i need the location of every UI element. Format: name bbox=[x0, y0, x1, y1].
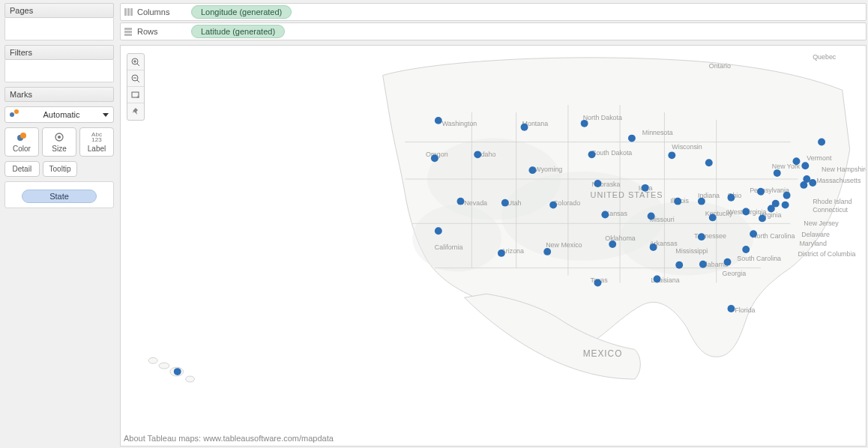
data-point[interactable] bbox=[750, 230, 757, 237]
map-area[interactable]: + bbox=[120, 45, 867, 447]
data-point[interactable] bbox=[674, 198, 681, 205]
data-point[interactable] bbox=[675, 261, 683, 269]
size-icon bbox=[43, 131, 76, 143]
terrain-blob bbox=[412, 205, 501, 272]
data-point[interactable] bbox=[668, 151, 675, 159]
map-label: Florida bbox=[735, 306, 755, 314]
data-point[interactable] bbox=[435, 117, 442, 124]
map-label: Wisconsin bbox=[672, 143, 702, 151]
data-point[interactable] bbox=[818, 139, 825, 146]
data-point[interactable] bbox=[642, 184, 649, 192]
map-canvas[interactable]: UNITED STATES MEXICO WashingtonMontanaNo… bbox=[121, 46, 866, 446]
svg-point-22 bbox=[186, 376, 195, 382]
data-point[interactable] bbox=[809, 179, 816, 187]
data-point[interactable] bbox=[793, 157, 801, 165]
label-button[interactable]: Abc123 Label bbox=[79, 127, 114, 157]
map-label: Georgia bbox=[723, 270, 747, 277]
data-point[interactable] bbox=[742, 246, 750, 253]
svg-rect-6 bbox=[130, 8, 133, 16]
state-pill[interactable]: State bbox=[22, 190, 97, 203]
data-point[interactable] bbox=[501, 199, 509, 207]
data-point[interactable] bbox=[594, 279, 601, 287]
rows-pill[interactable]: Latitude (generated) bbox=[191, 25, 285, 38]
size-label: Size bbox=[52, 145, 66, 153]
columns-label-wrap: Columns bbox=[124, 7, 191, 16]
data-point[interactable] bbox=[521, 124, 528, 131]
data-point[interactable] bbox=[698, 233, 705, 240]
map-label: Pennsylvania bbox=[750, 187, 789, 194]
columns-pill[interactable]: Longitude (generated) bbox=[191, 5, 292, 19]
tooltip-button[interactable]: Tooltip bbox=[43, 161, 78, 177]
data-point[interactable] bbox=[435, 227, 442, 234]
data-point[interactable] bbox=[549, 202, 557, 209]
color-button[interactable]: Color bbox=[4, 127, 39, 157]
data-point[interactable] bbox=[768, 205, 775, 213]
data-point[interactable] bbox=[698, 198, 705, 205]
data-point[interactable] bbox=[800, 181, 807, 189]
data-point[interactable] bbox=[705, 159, 713, 166]
sidebar: Pages Filters Marks Automatic Color bbox=[0, 0, 118, 448]
map-attribution[interactable]: About Tableau maps: www.tableausoftware.… bbox=[124, 434, 334, 443]
svg-line-15 bbox=[137, 80, 139, 82]
map-label: Utah bbox=[507, 199, 522, 207]
filters-body[interactable] bbox=[4, 60, 114, 82]
data-point[interactable] bbox=[654, 276, 661, 283]
rows-shelf[interactable]: Rows Latitude (generated) bbox=[120, 22, 867, 40]
map-label: Quebec bbox=[813, 53, 837, 61]
map-toolbar: + bbox=[127, 53, 145, 121]
filters-panel[interactable]: Filters bbox=[4, 45, 114, 82]
pages-panel[interactable]: Pages bbox=[4, 3, 114, 40]
data-point[interactable] bbox=[774, 169, 781, 177]
data-point[interactable] bbox=[757, 188, 765, 196]
data-point[interactable] bbox=[727, 194, 735, 202]
svg-rect-5 bbox=[127, 8, 130, 16]
map-label: Minnesota bbox=[642, 129, 673, 136]
map-label: Oklahoma bbox=[605, 234, 636, 242]
data-point[interactable] bbox=[474, 151, 481, 158]
marks-type-select[interactable]: Automatic bbox=[4, 106, 114, 123]
map-label: Wyoming bbox=[534, 166, 562, 173]
data-point[interactable] bbox=[759, 214, 766, 222]
pin-button[interactable] bbox=[127, 103, 144, 120]
map-label: Nevada bbox=[464, 199, 487, 207]
data-point[interactable] bbox=[724, 258, 732, 266]
svg-rect-9 bbox=[124, 34, 132, 36]
data-point[interactable] bbox=[699, 261, 707, 268]
map-label: Mississippi bbox=[675, 247, 708, 255]
data-point[interactable] bbox=[498, 249, 505, 257]
columns-shelf[interactable]: Columns Longitude (generated) bbox=[120, 3, 867, 21]
columns-label: Columns bbox=[137, 7, 169, 16]
data-point[interactable] bbox=[609, 240, 616, 248]
data-point[interactable] bbox=[782, 202, 789, 209]
data-point[interactable] bbox=[783, 192, 791, 199]
data-point[interactable] bbox=[650, 243, 657, 251]
data-point[interactable] bbox=[628, 135, 636, 142]
color-icon bbox=[5, 131, 38, 143]
data-point[interactable] bbox=[727, 305, 735, 312]
color-label: Color bbox=[13, 145, 31, 153]
rows-label-wrap: Rows bbox=[124, 27, 191, 36]
marks-detail-well[interactable]: State bbox=[4, 181, 114, 208]
data-point[interactable] bbox=[457, 198, 465, 205]
zoom-in-button[interactable] bbox=[127, 54, 144, 70]
data-point[interactable] bbox=[709, 214, 717, 221]
data-point[interactable] bbox=[174, 368, 181, 375]
data-point[interactable] bbox=[581, 120, 588, 127]
data-point[interactable] bbox=[801, 162, 809, 169]
data-point[interactable] bbox=[742, 208, 750, 216]
zoom-out-button[interactable] bbox=[127, 70, 144, 87]
map-label: North Dakota bbox=[583, 114, 622, 121]
data-point[interactable] bbox=[648, 213, 655, 220]
data-point[interactable] bbox=[528, 166, 536, 174]
pages-body[interactable] bbox=[4, 18, 114, 40]
data-point[interactable] bbox=[543, 248, 551, 255]
size-button[interactable]: Size bbox=[42, 127, 76, 157]
rect-select-button[interactable]: + bbox=[127, 87, 144, 103]
map-label: New Jersey bbox=[804, 220, 839, 227]
data-point[interactable] bbox=[594, 180, 601, 187]
data-point[interactable] bbox=[601, 211, 609, 219]
data-point[interactable] bbox=[431, 154, 438, 162]
map-label: New Hampshire bbox=[822, 166, 866, 173]
data-point[interactable] bbox=[588, 151, 596, 158]
detail-button[interactable]: Detail bbox=[4, 161, 40, 177]
